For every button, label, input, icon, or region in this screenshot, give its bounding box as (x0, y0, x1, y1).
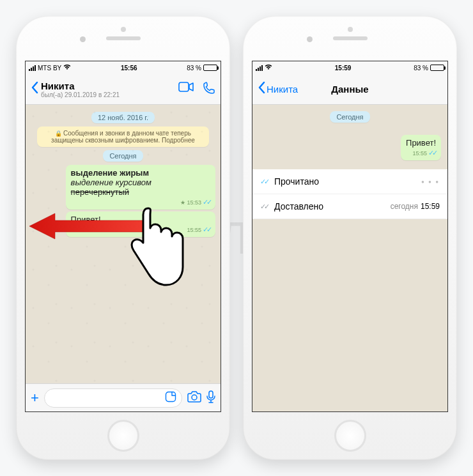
message-bubble-2[interactable]: Привет! 15:55 ✓✓ (66, 211, 215, 237)
date-separator: 12 нояб. 2016 г. (91, 112, 155, 123)
signal-bars-icon (29, 65, 36, 71)
svg-rect-4 (209, 391, 213, 398)
read-label: Прочитано (274, 176, 319, 187)
front-camera (80, 36, 86, 42)
home-button[interactable] (107, 420, 139, 452)
earpiece-speaker (106, 36, 141, 40)
screen-right: 15:59 83 % Никита Данные Сегодня Привет!… (252, 61, 448, 412)
back-chevron-icon[interactable] (31, 81, 38, 98)
info-body: Сегодня Привет! 15:55 ✓✓ ✓✓ Прочитано ● (252, 105, 447, 411)
home-button[interactable] (334, 420, 366, 452)
read-ticks-icon: ✓✓ (203, 226, 210, 234)
front-camera (307, 36, 313, 42)
svg-rect-0 (179, 82, 189, 91)
read-ticks-icon: ✓✓ (260, 178, 268, 186)
msg1-time: 15:53 (187, 199, 201, 206)
encryption-notice[interactable]: 🔒Сообщения и звонки в данном чате теперь… (37, 127, 210, 147)
msg1-strike-line: перечеркнутый (71, 187, 210, 197)
delivered-day: сегодня (391, 202, 418, 211)
delivery-info-list: ✓✓ Прочитано ● ● ● ✓✓ Доставлено сегодня… (252, 169, 447, 219)
back-label[interactable]: Никита (267, 84, 298, 95)
read-ticks-icon: ✓✓ (428, 149, 436, 157)
earpiece-speaker (333, 36, 368, 40)
back-chevron-icon[interactable] (258, 81, 265, 98)
battery-percent: 83 % (414, 65, 428, 72)
screen-left: MTS BY 15:56 83 % Никита был(-а) 29.01.2… (25, 61, 221, 412)
star-icon: ★ (180, 199, 185, 206)
camera-icon[interactable] (187, 391, 201, 405)
sensor-dot (121, 27, 126, 32)
message-preview-bubble[interactable]: Привет! 15:55 ✓✓ (401, 135, 441, 160)
message-bubble-1[interactable]: выделение жирым выделение курсивом переч… (66, 165, 215, 210)
preview-time: 15:55 (412, 150, 427, 157)
wifi-icon (265, 64, 272, 72)
msg2-text: Привет! (71, 215, 101, 224)
pending-dots-icon: ● ● ● (421, 179, 440, 185)
attach-plus-icon[interactable]: + (31, 390, 39, 406)
info-header: Никита Данные (252, 74, 447, 105)
svg-rect-2 (166, 392, 176, 401)
phone-left: MTS BY 15:56 83 % Никита был(-а) 29.01.2… (16, 16, 230, 460)
sensor-dot (348, 27, 353, 32)
msg2-time: 15:55 (187, 227, 201, 233)
microphone-icon[interactable] (206, 390, 215, 406)
video-call-icon[interactable] (178, 82, 194, 97)
contact-name: Никита (41, 81, 178, 91)
message-input-bar: + (26, 383, 221, 411)
delivered-label: Доставлено (274, 201, 323, 211)
preview-text: Привет! (406, 138, 436, 148)
phone-right: 15:59 83 % Никита Данные Сегодня Привет!… (243, 16, 457, 460)
status-bar: MTS BY 15:56 83 % (26, 61, 221, 74)
status-bar: 15:59 83 % (252, 61, 447, 74)
voice-call-icon[interactable] (203, 82, 215, 97)
signal-bars-icon (256, 65, 263, 71)
delivered-time: 15:59 (421, 202, 440, 211)
read-ticks-icon: ✓✓ (203, 198, 210, 206)
last-seen: был(-а) 29.01.2019 в 22:21 (41, 91, 178, 98)
battery-percent: 83 % (187, 65, 201, 72)
chat-body[interactable]: 12 нояб. 2016 г. 🔒Сообщения и звонки в д… (26, 105, 221, 383)
date-separator-today: Сегодня (103, 150, 143, 162)
msg1-italic-line: выделение курсивом (71, 178, 210, 187)
date-separator-today: Сегодня (330, 111, 369, 123)
battery-icon (203, 65, 217, 71)
carrier-label: MTS BY (38, 65, 61, 72)
chat-header: Никита был(-а) 29.01.2019 в 22:21 (26, 74, 221, 105)
contact-title-block[interactable]: Никита был(-а) 29.01.2019 в 22:21 (41, 81, 178, 98)
row-delivered: ✓✓ Доставлено сегодня 15:59 (252, 194, 447, 219)
row-read: ✓✓ Прочитано ● ● ● (252, 169, 447, 194)
wifi-icon (63, 64, 71, 72)
status-time: 15:56 (121, 65, 137, 72)
svg-point-3 (192, 395, 197, 400)
lock-icon: 🔒 (55, 130, 62, 137)
delivered-ticks-icon: ✓✓ (260, 203, 268, 211)
message-input[interactable] (44, 388, 182, 408)
status-time: 15:59 (335, 65, 352, 72)
encryption-text: Сообщения и звонки в данном чате теперь … (51, 130, 195, 144)
msg1-bold-line: выделение жирым (71, 168, 210, 178)
battery-icon (430, 65, 444, 71)
sticker-icon[interactable] (165, 391, 176, 405)
